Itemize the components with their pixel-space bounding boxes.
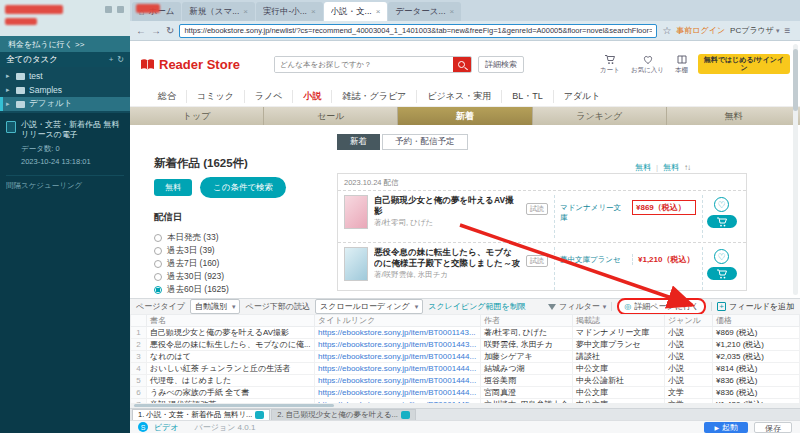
column-header-magazine[interactable]: 掲載誌 xyxy=(573,315,665,327)
preview-tag[interactable]: 試読 xyxy=(526,203,548,215)
column-header-title[interactable]: 書名 xyxy=(147,315,315,327)
scrollbar-thumb[interactable] xyxy=(793,49,798,111)
cell-title[interactable]: うみべの家族の手紙 全て書 xyxy=(147,387,315,399)
column-header-genre[interactable]: ジャンル xyxy=(665,315,713,327)
cell-genre[interactable]: 小説 xyxy=(665,327,713,339)
back-icon[interactable]: ← xyxy=(136,25,146,36)
cell-link[interactable]: https://ebookstore.sony.jp/item/BT000144… xyxy=(315,387,481,399)
folder-item-test[interactable]: ▸ test xyxy=(0,69,130,83)
radio-30days[interactable]: 過去30日 (923) xyxy=(154,270,330,283)
cell-price[interactable]: ¥836 (税込) xyxy=(713,375,800,387)
preview-tag[interactable]: 試読 xyxy=(526,255,548,267)
cell-genre[interactable]: 小説 xyxy=(665,375,713,387)
genre-link[interactable]: コミック xyxy=(187,90,245,103)
genre-link-active[interactable]: 小説 xyxy=(293,90,332,103)
cell-genre[interactable]: 小説 xyxy=(665,351,713,363)
save-button[interactable]: 保存 xyxy=(754,422,792,433)
radio-7days[interactable]: 過去7日 (160) xyxy=(154,257,330,270)
free-filter-chip[interactable]: 無料 xyxy=(154,179,192,196)
run-button[interactable]: ▶ 起動 xyxy=(704,422,748,433)
genre-link[interactable]: BL・TL xyxy=(502,90,554,103)
window-tab-running[interactable]: 実行中-小... × xyxy=(256,2,323,21)
search-button[interactable] xyxy=(453,56,471,73)
task-card[interactable]: 小説・文芸・新着作品 無料リリースの電子 データ数: 0 2023-10-24 … xyxy=(0,113,130,433)
genre-link[interactable]: ビジネス・実用 xyxy=(417,90,502,103)
favorite-button[interactable]: ♡ xyxy=(714,197,729,212)
table-row[interactable]: 3 なれのはて https://ebookstore.sony.jp/item/… xyxy=(131,351,800,363)
close-icon[interactable]: × xyxy=(311,7,316,16)
expand-icon[interactable]: ▸ xyxy=(6,72,12,80)
scrollbar-thumb[interactable] xyxy=(134,404,334,407)
radio-3days[interactable]: 過去3日 (39) xyxy=(154,244,330,257)
cell-genre[interactable]: 小説 xyxy=(665,363,713,375)
genre-link[interactable]: 雑誌・グラビア xyxy=(332,90,417,103)
column-header-author[interactable]: 作者 xyxy=(481,315,573,327)
bookmark-icon[interactable]: ☆ xyxy=(662,25,671,36)
column-header-link[interactable]: タイトルリンク xyxy=(315,315,481,327)
add-to-cart-button[interactable] xyxy=(707,267,737,280)
table-row[interactable]: 1 自己顕現少女と俺の夢を叶えるAV撮影 https://ebookstore.… xyxy=(131,327,800,339)
subnav-top[interactable]: トップ xyxy=(130,107,264,125)
table-row[interactable]: 4 おいしい紅茶 チュンランと丘の生活者 https://ebookstore.… xyxy=(131,363,800,375)
table-horizontal-scrollbar[interactable] xyxy=(130,403,800,408)
forward-icon[interactable]: → xyxy=(151,25,161,36)
book-list-item[interactable]: 悪役令息の妹に転生したら、モブなのに俺様王子殿下と交際しました～攻略対象者筆頭と… xyxy=(338,242,746,294)
cell-author[interactable]: 加藤シゲアキ xyxy=(481,351,573,363)
cell-magazine[interactable]: 中央公論新社 xyxy=(573,375,665,387)
apply-filter-button[interactable]: この条件で検索 xyxy=(200,177,286,198)
tab-new-arrivals[interactable]: 新着 xyxy=(337,134,380,150)
advanced-search-button[interactable]: 詳細検索 xyxy=(478,56,524,73)
add-to-cart-button[interactable] xyxy=(707,215,737,228)
subnav-new-active[interactable]: 新着 xyxy=(398,107,532,125)
cell-link[interactable]: https://ebookstore.sony.jp/item/BT000114… xyxy=(315,327,481,339)
book-title[interactable]: 悪役令息の妹に転生したら、モブなのに俺様王子殿下と交際しました～攻略対象者筆頭と… xyxy=(374,247,520,268)
skype-icon[interactable]: S xyxy=(138,422,148,432)
book-cover[interactable] xyxy=(344,247,368,281)
data-tab-list-page[interactable]: 1. 小説・文芸・新着作品 無料リ... xyxy=(132,409,270,420)
cell-price[interactable]: ¥836 (税込) xyxy=(713,387,800,399)
cart-link[interactable]: カート xyxy=(600,54,620,75)
cell-title[interactable]: 自己顕現少女と俺の夢を叶えるAV撮影 xyxy=(147,327,315,339)
cell-price[interactable]: ¥869 (税込) xyxy=(713,327,800,339)
sort-link[interactable]: 無料 xyxy=(635,162,651,173)
genre-link[interactable]: 総合 xyxy=(148,90,187,103)
cell-author[interactable]: 著/杜零司, ひげた xyxy=(481,327,573,339)
cell-author[interactable]: 咲野雲倖, 氷田チカ xyxy=(481,339,573,351)
favorite-button[interactable]: ♡ xyxy=(714,249,729,264)
bookshelf-link[interactable]: 本棚 xyxy=(675,54,688,75)
cell-magazine[interactable]: 中公文庫 xyxy=(573,387,665,399)
radio-today[interactable]: 本日発売 (33) xyxy=(154,231,330,244)
expand-icon[interactable]: ▸ xyxy=(6,86,12,94)
video-link[interactable]: ビデオ xyxy=(154,422,179,433)
all-tasks-header[interactable]: 全てのタスク + ↻ xyxy=(0,52,130,67)
table-row[interactable]: 2 悪役令息の妹に転生したら、モブなのに俺... https://ebookst… xyxy=(131,339,800,351)
book-publisher[interactable]: マドンナメリー文庫 xyxy=(554,195,626,238)
cell-author[interactable]: 結城みつ湖 xyxy=(481,363,573,375)
add-folder-icon[interactable]: + xyxy=(109,55,114,64)
cell-title[interactable]: 悪役令息の妹に転生したら、モブなのに俺... xyxy=(147,339,315,351)
folder-item-samples[interactable]: ▸ Samples xyxy=(0,83,130,97)
cell-title[interactable]: なれのはて xyxy=(147,351,315,363)
limit-scrape-range-link[interactable]: スクレイピング範囲を制限 xyxy=(428,301,526,312)
cell-title[interactable]: おいしい紅茶 チュンランと丘の生活者 xyxy=(147,363,315,375)
tab-preorders[interactable]: 予約・配信予定 xyxy=(382,134,468,150)
subnav-ranking[interactable]: ランキング xyxy=(533,107,667,125)
sort-order-icon[interactable]: ↑↓ xyxy=(684,163,690,172)
book-list-item[interactable]: 自己顕現少女と俺の夢を叶えるAV撮影 著/杜零司, ひげた 試読 マドンナメリー… xyxy=(338,190,746,242)
cell-author[interactable]: 垣谷美雨 xyxy=(481,375,573,387)
task-schedule-label[interactable]: 間隔スケジューリング xyxy=(6,175,124,191)
book-title[interactable]: 自己顕現少女と俺の夢を叶えるAV撮影 xyxy=(374,195,520,216)
genre-link[interactable]: ラノベ xyxy=(245,90,294,103)
favorites-link[interactable]: お気に入り xyxy=(631,54,664,75)
go-to-detail-page-button[interactable]: ◎ 詳細ページに行く xyxy=(617,298,706,315)
expand-icon[interactable]: ▸ xyxy=(6,100,12,108)
book-publisher[interactable]: 夢中文庫プランセ xyxy=(554,247,626,290)
cell-link[interactable]: https://ebookstore.sony.jp/item/BT000144… xyxy=(315,375,481,387)
window-tab-novel[interactable]: 小説・文... × xyxy=(324,2,388,21)
sort-link[interactable]: 無料 xyxy=(663,162,679,173)
cell-link[interactable]: https://ebookstore.sony.jp/item/BT000144… xyxy=(315,351,481,363)
window-tab-data[interactable]: データース... × xyxy=(388,2,461,21)
url-input[interactable] xyxy=(179,24,657,38)
notification-icon[interactable] xyxy=(105,6,112,13)
data-tab-detail-page[interactable]: 2. 自己顕現少女と俺の夢を叶える... xyxy=(271,409,415,420)
